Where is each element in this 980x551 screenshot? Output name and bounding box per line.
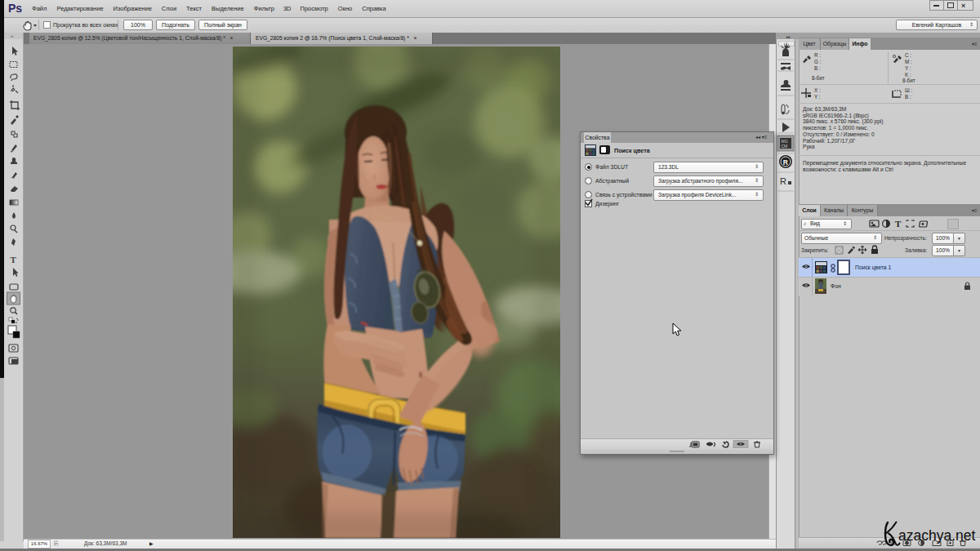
svg-text:R: R xyxy=(783,158,788,167)
svg-text:CM: CM xyxy=(782,144,788,149)
svg-text:R: R xyxy=(780,176,786,186)
svg-text:T: T xyxy=(895,219,902,229)
svg-text:azachya.net: azachya.net xyxy=(898,527,976,544)
svg-text:T: T xyxy=(11,255,17,264)
